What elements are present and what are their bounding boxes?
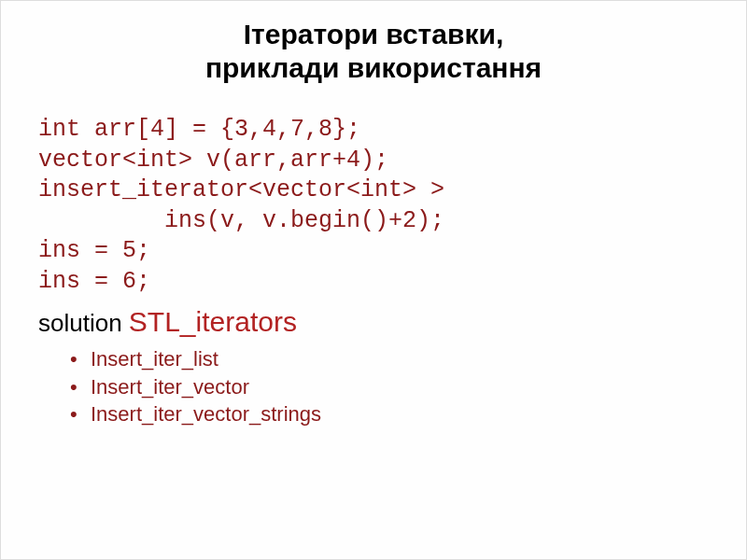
code-line-6: ins = 6; (38, 267, 709, 298)
code-line-5: ins = 5; (38, 236, 709, 267)
solution-line: solution STL_iterators (38, 306, 709, 338)
solution-highlight: STL_iterators (129, 306, 297, 337)
title-line1: Ітератори вставки, приклади використання (205, 19, 542, 83)
code-line-4: ins(v, v.begin()+2); (38, 206, 709, 237)
slide-title: Ітератори вставки, приклади використання (38, 18, 709, 85)
code-line-1: int arr[4] = {3,4,7,8}; (38, 115, 709, 146)
list-item: Insert_iter_vector_strings (91, 400, 709, 428)
solution-label: solution (38, 309, 129, 337)
bullet-list: Insert_iter_list Insert_iter_vector Inse… (38, 345, 709, 428)
code-block: int arr[4] = {3,4,7,8}; vector<int> v(ar… (38, 115, 709, 297)
list-item: Insert_iter_vector (91, 373, 709, 401)
code-line-2: vector<int> v(arr,arr+4); (38, 146, 709, 176)
code-line-3: insert_iterator<vector<int> > (38, 175, 709, 206)
list-item: Insert_iter_list (91, 345, 709, 373)
